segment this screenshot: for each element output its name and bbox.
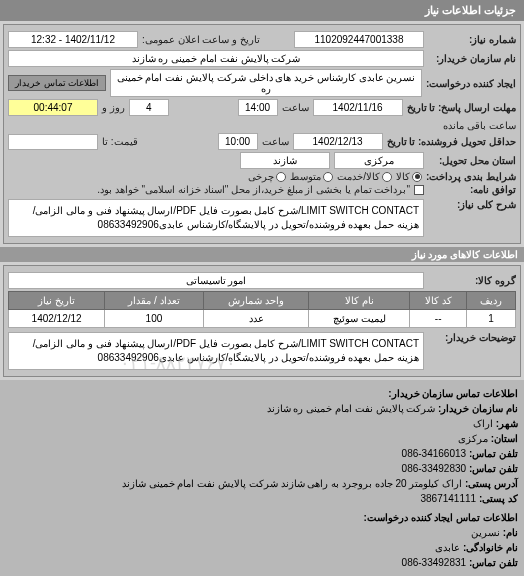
radio-kala[interactable] bbox=[412, 172, 422, 182]
group-label: گروه کالا: bbox=[428, 275, 516, 286]
province-field: مرکزی bbox=[334, 152, 424, 169]
deadline-date-field: 1402/11/16 bbox=[313, 99, 403, 116]
radio-recv[interactable] bbox=[323, 172, 333, 182]
buyer-name-label: نام سازمان خریدار: bbox=[428, 53, 516, 64]
radio-warehouse-label: کالا/خدمت bbox=[337, 171, 380, 182]
group-field: امور تاسیساتی bbox=[8, 272, 424, 289]
cfax-label: تلفن تماس: bbox=[469, 463, 518, 474]
request-no-label: شماره نیاز: bbox=[428, 34, 516, 45]
price-field bbox=[8, 134, 98, 150]
cell-qty: 100 bbox=[105, 310, 203, 328]
cell-name: لیمیت سوئیچ bbox=[309, 310, 410, 328]
cpost-label: کد پستی: bbox=[479, 493, 518, 504]
cprov-label: استان: bbox=[491, 433, 518, 444]
col-row: ردیف bbox=[467, 292, 516, 310]
org-value: شرکت پالایش نفت امام خمینی ره شازند bbox=[267, 403, 436, 414]
delivery-label: حداقل تحویل فروشنده: تا تاریخ bbox=[387, 136, 516, 147]
price-label: قیمت: تا bbox=[102, 136, 138, 147]
cprov-value: مرکزی bbox=[458, 433, 488, 444]
agreement-label: توافق نامه: bbox=[428, 184, 516, 195]
caddr-value: اراک کیلومتر 20 جاده بروجرد به راهی شازن… bbox=[122, 478, 462, 489]
req-header: اطلاعات تماس ایجاد کننده درخواست: bbox=[6, 510, 518, 525]
table-row: 1 -- لیمیت سوئیچ عدد 100 1402/12/12 bbox=[9, 310, 516, 328]
cell-unit: عدد bbox=[203, 310, 309, 328]
rphone-value: 33492831-086 bbox=[402, 557, 467, 568]
radio-cash-label: چرخی bbox=[248, 171, 274, 182]
radio-cash[interactable] bbox=[276, 172, 286, 182]
cpost-value: 3867141111 bbox=[420, 493, 476, 504]
deadline-time-field: 14:00 bbox=[238, 99, 278, 116]
buyer-note-text: LIMIT SWITCH CONTACT/شرح کامل بصورت فایل… bbox=[8, 332, 424, 370]
goods-table: ردیف کد کالا نام کالا واحد شمارش تعداد /… bbox=[8, 291, 516, 328]
desc-text: LIMIT SWITCH CONTACT/شرح کامل بصورت فایل… bbox=[8, 199, 424, 237]
buyer-note-label: توضیحات خریدار: bbox=[428, 332, 516, 343]
buyer-name-field: شرکت پالایش نفت امام خمینی ره شازند bbox=[8, 50, 424, 67]
bid-type-label: شرایط بندی پرداخت: bbox=[426, 171, 516, 182]
deadline-label: مهلت ارسال پاسخ: تا تاریخ bbox=[407, 102, 516, 113]
request-info-panel: شماره نیاز: 1102092447001338 تاریخ و ساع… bbox=[3, 24, 521, 244]
countdown-day-label: روز و bbox=[102, 102, 125, 113]
requester-field: نسرین عابدی کارشناس خرید های داخلی شرکت … bbox=[110, 69, 422, 97]
goods-panel: گروه کالا: امور تاسیساتی ردیف کد کالا نا… bbox=[3, 265, 521, 377]
rname-value: نسرین bbox=[471, 527, 500, 538]
org-label: نام سازمان خریدار: bbox=[438, 403, 518, 414]
cphone-label: تلفن تماس: bbox=[469, 448, 518, 459]
radio-kala-label: کالا bbox=[396, 171, 410, 182]
agreement-text: "برداخت تمام یا بخشی از مبلغ خرید،از محل… bbox=[8, 184, 410, 195]
col-code: کد کالا bbox=[410, 292, 467, 310]
desc-header: شرح کلی نیاز: bbox=[428, 199, 516, 210]
cphone-value: 34166013-086 bbox=[402, 448, 467, 459]
cell-date: 1402/12/12 bbox=[9, 310, 105, 328]
requester-label: ایجاد کننده درخواست: bbox=[426, 78, 516, 89]
col-date: تاریخ نیاز bbox=[9, 292, 105, 310]
cell-code: -- bbox=[410, 310, 467, 328]
col-name: نام کالا bbox=[309, 292, 410, 310]
col-qty: تعداد / مقدار bbox=[105, 292, 203, 310]
rfamily-label: نام خانوادگی: bbox=[463, 542, 518, 553]
radio-recv-label: متوسط bbox=[290, 171, 321, 182]
location-label: استان محل تحویل: bbox=[428, 155, 516, 166]
radio-warehouse[interactable] bbox=[382, 172, 392, 182]
announce-field: 1402/11/12 - 12:32 bbox=[8, 31, 138, 48]
time-label-1: ساعت bbox=[282, 102, 309, 113]
cfax-value: 33492830-086 bbox=[402, 463, 467, 474]
cell-row: 1 bbox=[467, 310, 516, 328]
countdown-remain-label: ساعت باقی مانده bbox=[443, 120, 516, 131]
goods-header: اطلاعات کالاهای مورد نیاز bbox=[0, 247, 524, 262]
contact-buyer-button[interactable]: اطلاعات تماس خریدار bbox=[8, 75, 106, 91]
page-title: جزئیات اطلاعات نیاز bbox=[0, 0, 524, 21]
rphone-label: تلفن تماس: bbox=[469, 557, 518, 568]
delivery-time-field: 10:00 bbox=[218, 133, 258, 150]
delivery-date-field: 1402/12/13 bbox=[293, 133, 383, 150]
col-unit: واحد شمارش bbox=[203, 292, 309, 310]
agreement-checkbox[interactable] bbox=[414, 185, 424, 195]
announce-label: تاریخ و ساعت اعلان عمومی: bbox=[142, 34, 260, 45]
countdown-days: 4 bbox=[129, 99, 169, 116]
caddr-label: آدرس پستی: bbox=[465, 478, 518, 489]
contact-info-block: اطلاعات تماس سازمان خریدار: نام سازمان خ… bbox=[0, 380, 524, 576]
request-no-field: 1102092447001338 bbox=[294, 31, 424, 48]
rname-label: نام: bbox=[503, 527, 518, 538]
rfamily-value: عابدی bbox=[435, 542, 460, 553]
countdown-time: 00:44:07 bbox=[8, 99, 98, 116]
ccity-label: شهر: bbox=[496, 418, 518, 429]
time-label-2: ساعت bbox=[262, 136, 289, 147]
city-field: شازند bbox=[240, 152, 330, 169]
ccity-value: اراک bbox=[473, 418, 493, 429]
contact-header: اطلاعات تماس سازمان خریدار: bbox=[6, 386, 518, 401]
